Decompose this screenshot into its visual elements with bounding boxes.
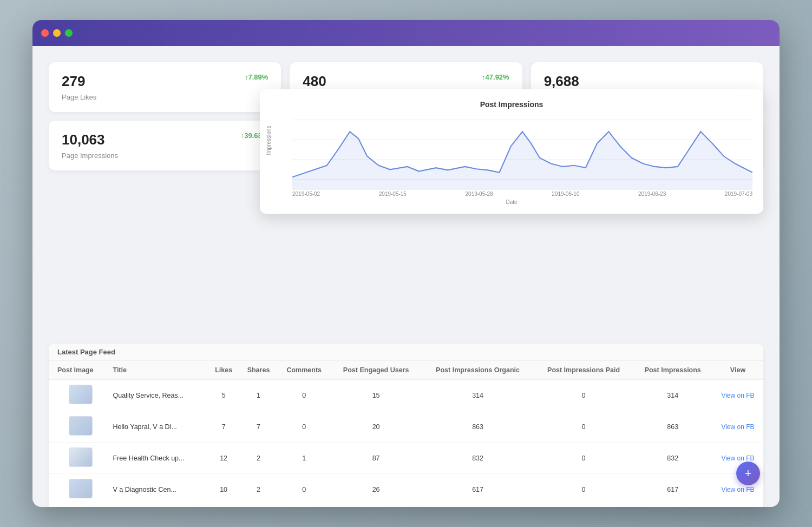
post-organic-cell: 402	[421, 505, 534, 508]
traffic-lights	[41, 29, 73, 37]
stat-value-page-impressions: 10,063	[62, 131, 105, 148]
post-engaged-cell: 15	[331, 380, 422, 411]
view-on-fb-link[interactable]: View on FB	[721, 486, 754, 493]
post-comments-cell: 1	[278, 443, 331, 474]
view-on-fb-link[interactable]: View on FB	[721, 423, 754, 431]
post-impressions-cell: 402	[633, 505, 712, 508]
col-impressions: Post Impressions	[633, 361, 712, 380]
post-image-cell	[49, 411, 108, 443]
x-tick-5: 2019-06-23	[638, 191, 666, 197]
stat-page-likes: 279 ↑7.89% Page Likes	[49, 62, 281, 112]
latest-feed-label: Latest Page Feed	[49, 344, 763, 361]
post-impressions-cell: 832	[633, 443, 712, 474]
post-paid-cell: 0	[534, 380, 633, 411]
main-window: 279 ↑7.89% Page Likes 480 ↑47.92% Engage…	[32, 20, 780, 507]
table-row: World Population Day ... 4 2 0 11 402 0 …	[49, 505, 763, 508]
y-axis-label: Impressions	[266, 126, 272, 155]
stat-page-impressions: 10,063 ↑39.63% Page Impressions	[49, 121, 281, 170]
post-comments-cell: 0	[278, 505, 331, 508]
stat-value-page-likes: 279	[62, 73, 85, 90]
post-thumbnail	[69, 479, 93, 498]
table-row: Hello Yapral, V a Di... 7 7 0 20 863 0 8…	[49, 411, 763, 443]
post-impressions-cell: 314	[633, 380, 712, 411]
post-likes-cell: 4	[208, 505, 239, 508]
post-thumbnail	[69, 416, 93, 436]
x-tick-6: 2019-07-09	[725, 191, 752, 197]
post-paid-cell: 0	[534, 411, 633, 443]
post-organic-cell: 314	[421, 380, 534, 411]
col-likes: Likes	[208, 361, 239, 380]
col-engaged: Post Engaged Users	[331, 361, 422, 380]
post-shares-cell: 7	[239, 411, 277, 443]
chart-svg: 1500 1000 500 0	[292, 114, 752, 190]
post-impressions-chart: Post Impressions Impressions 1500 1000 5…	[260, 89, 763, 214]
post-engaged-cell: 20	[331, 411, 422, 443]
post-impressions-cell: 617	[633, 474, 712, 505]
post-comments-cell: 0	[278, 474, 331, 505]
fab-button[interactable]: +	[736, 462, 760, 485]
col-view: View	[712, 361, 763, 380]
stat-label-page-impressions: Page Impressions	[62, 151, 268, 160]
post-likes-cell: 12	[208, 443, 239, 474]
stat-value-engaged-users: 480	[303, 73, 326, 90]
post-organic-cell: 617	[421, 474, 534, 505]
svg-marker-8	[292, 131, 752, 190]
post-view-cell[interactable]: View on FB	[712, 380, 763, 411]
post-shares-cell: 2	[239, 505, 277, 508]
post-title-cell: World Population Day ...	[108, 505, 207, 508]
post-likes-cell: 10	[208, 474, 239, 505]
x-tick-1: 2019-05-02	[292, 191, 320, 197]
col-shares: Shares	[239, 361, 277, 380]
col-title: Title	[108, 361, 207, 380]
post-engaged-cell: 11	[331, 505, 422, 508]
post-title-cell: Quality Service, Reas...	[108, 380, 207, 411]
post-view-cell[interactable]: View on FB	[712, 505, 763, 508]
x-tick-3: 2019-05-28	[466, 191, 493, 197]
post-paid-cell: 0	[534, 443, 633, 474]
post-view-cell[interactable]: View on FB	[712, 411, 763, 443]
chart-title: Post Impressions	[271, 100, 752, 109]
table-header: Post Image Title Likes Shares Comments P…	[49, 361, 763, 380]
close-button[interactable]	[41, 29, 49, 37]
table-row: V a Diagnostic Cen... 10 2 0 26 617 0 61…	[49, 474, 763, 505]
titlebar	[32, 20, 780, 46]
post-shares-cell: 1	[239, 380, 277, 411]
maximize-button[interactable]	[65, 29, 73, 37]
post-comments-cell: 0	[278, 380, 331, 411]
table-body: Quality Service, Reas... 5 1 0 15 314 0 …	[49, 380, 763, 508]
table-row: Quality Service, Reas... 5 1 0 15 314 0 …	[49, 380, 763, 411]
post-title-cell: Hello Yapral, V a Di...	[108, 411, 207, 443]
post-title-cell: Free Health Check up...	[108, 443, 207, 474]
post-engaged-cell: 26	[331, 474, 422, 505]
post-likes-cell: 7	[208, 411, 239, 443]
post-organic-cell: 832	[421, 443, 534, 474]
post-thumbnail	[69, 385, 93, 404]
post-impressions-cell: 863	[633, 411, 712, 443]
fab-icon: +	[745, 466, 752, 480]
stat-change-engaged-users: ↑47.92%	[482, 73, 509, 81]
post-shares-cell: 2	[239, 443, 277, 474]
view-on-fb-link[interactable]: View on FB	[721, 454, 754, 462]
table-row: Free Health Check up... 12 2 1 87 832 0 …	[49, 443, 763, 474]
post-shares-cell: 2	[239, 474, 277, 505]
col-comments: Comments	[278, 361, 331, 380]
latest-feed-table: Latest Page Feed Post Image Title Likes …	[49, 344, 763, 507]
post-image-cell	[49, 505, 108, 508]
post-comments-cell: 0	[278, 411, 331, 443]
feed-table: Post Image Title Likes Shares Comments P…	[49, 361, 763, 507]
post-likes-cell: 5	[208, 380, 239, 411]
col-paid: Post Impressions Paid	[534, 361, 633, 380]
view-on-fb-link[interactable]: View on FB	[721, 392, 754, 399]
stat-change-page-likes: ↑7.89%	[245, 73, 268, 81]
post-thumbnail	[69, 447, 93, 467]
col-post-image: Post Image	[49, 361, 108, 380]
minimize-button[interactable]	[53, 29, 61, 37]
post-engaged-cell: 87	[331, 443, 422, 474]
post-image-cell	[49, 380, 108, 411]
post-paid-cell: 0	[534, 474, 633, 505]
post-organic-cell: 863	[421, 411, 534, 443]
x-axis-label: Date	[271, 199, 752, 205]
chart-container: Impressions 1500 1000 500 0	[271, 114, 752, 190]
col-organic: Post Impressions Organic	[421, 361, 534, 380]
stat-value-organic: 9,688	[544, 73, 579, 90]
